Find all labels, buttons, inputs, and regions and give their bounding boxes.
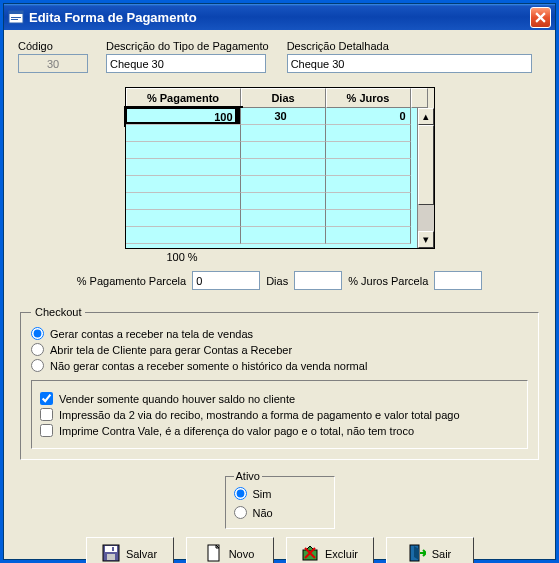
detalhada-label: Descrição Detalhada [287, 40, 532, 52]
check-label: Imprime Contra Vale, é a diferença do va… [59, 425, 414, 437]
radio-abrir-cliente[interactable] [31, 343, 44, 356]
dias-parcela-label: Dias [266, 275, 288, 287]
codigo-input [18, 54, 88, 73]
col-scroll-spacer [411, 88, 428, 108]
button-label: Novo [229, 548, 255, 560]
novo-button[interactable]: Novo [186, 537, 274, 563]
scroll-down-icon[interactable]: ▾ [418, 231, 434, 248]
button-label: Salvar [126, 548, 157, 560]
juros-parcela-label: % Juros Parcela [348, 275, 428, 287]
tipo-input[interactable] [106, 54, 266, 73]
new-icon [205, 544, 223, 563]
svg-rect-3 [11, 19, 18, 20]
detalhada-input[interactable] [287, 54, 532, 73]
scroll-up-icon[interactable]: ▴ [418, 108, 434, 125]
client-area: Código Descrição do Tipo de Pagamento De… [6, 32, 553, 557]
svg-rect-1 [9, 11, 23, 14]
table-row[interactable] [126, 159, 434, 176]
check-saldo-cliente[interactable] [40, 392, 53, 405]
radio-ativo-sim[interactable] [234, 487, 247, 500]
checkout-options: Vender somente quando houver saldo no cl… [31, 380, 528, 449]
table-row[interactable] [126, 193, 434, 210]
grid-footer: 100 % [125, 249, 240, 263]
table-row[interactable]: 100 30 0 [126, 108, 434, 125]
salvar-button[interactable]: Salvar [86, 537, 174, 563]
radio-label: Gerar contas a receber na tela de vendas [50, 328, 253, 340]
radio-label: Não gerar contas a receber somente o his… [50, 360, 367, 372]
grid-scrollbar[interactable]: ▴ ▾ [417, 108, 434, 248]
grid: % Pagamento Dias % Juros 100 30 0 [125, 87, 435, 263]
check-label: Vender somente quando houver saldo no cl… [59, 393, 295, 405]
titlebar: Edita Forma de Pagamento [4, 4, 555, 30]
scroll-thumb[interactable] [418, 125, 434, 205]
svg-rect-6 [107, 554, 115, 560]
window-title: Edita Forma de Pagamento [29, 10, 530, 25]
col-dias: Dias [241, 88, 326, 108]
table-row[interactable] [126, 176, 434, 193]
radio-ativo-nao[interactable] [234, 506, 247, 519]
radio-nao-gerar[interactable] [31, 359, 44, 372]
cell-pag: 100 [127, 109, 235, 122]
save-icon [102, 544, 120, 563]
cell-juros: 0 [326, 108, 411, 125]
button-row: Salvar Novo Excluir Sair [18, 537, 541, 563]
radio-label: Sim [253, 488, 272, 500]
svg-rect-10 [303, 550, 317, 560]
button-label: Sair [432, 548, 452, 560]
app-icon [8, 9, 24, 25]
tipo-label: Descrição do Tipo de Pagamento [106, 40, 269, 52]
cell-dias: 30 [241, 108, 326, 125]
svg-rect-7 [112, 547, 114, 551]
radio-gerar-vendas[interactable] [31, 327, 44, 340]
col-juros: % Juros [326, 88, 411, 108]
juros-parcela-input[interactable] [434, 271, 482, 290]
pag-parcela-input[interactable] [192, 271, 260, 290]
check-segunda-via[interactable] [40, 408, 53, 421]
delete-icon [301, 544, 319, 563]
grid-header: % Pagamento Dias % Juros [126, 88, 434, 108]
check-contra-vale[interactable] [40, 424, 53, 437]
check-label: Impressão da 2 via do recibo, mostrando … [59, 409, 460, 421]
codigo-label: Código [18, 40, 88, 52]
sair-button[interactable]: Sair [386, 537, 474, 563]
button-label: Excluir [325, 548, 358, 560]
checkout-group: Checkout Gerar contas a receber na tela … [20, 306, 539, 460]
checkout-legend: Checkout [31, 306, 85, 318]
close-button[interactable] [530, 7, 551, 28]
svg-rect-2 [11, 17, 21, 18]
table-row[interactable] [126, 227, 434, 244]
excluir-button[interactable]: Excluir [286, 537, 374, 563]
parcela-row: % Pagamento Parcela Dias % Juros Parcela [18, 271, 541, 290]
window: Edita Forma de Pagamento Código Descriçã… [3, 3, 556, 560]
table-row[interactable] [126, 210, 434, 227]
col-pagamento: % Pagamento [126, 88, 241, 108]
ativo-group: Ativo Sim Não [225, 470, 335, 529]
table-row[interactable] [126, 142, 434, 159]
svg-rect-5 [105, 546, 117, 552]
top-fields: Código Descrição do Tipo de Pagamento De… [18, 40, 541, 73]
pag-parcela-label: % Pagamento Parcela [77, 275, 186, 287]
table-row[interactable] [126, 125, 434, 142]
radio-label: Abrir tela de Cliente para gerar Contas … [50, 344, 292, 356]
dias-parcela-input[interactable] [294, 271, 342, 290]
radio-label: Não [253, 507, 273, 519]
ativo-legend: Ativo [234, 470, 262, 482]
exit-icon [408, 544, 426, 563]
